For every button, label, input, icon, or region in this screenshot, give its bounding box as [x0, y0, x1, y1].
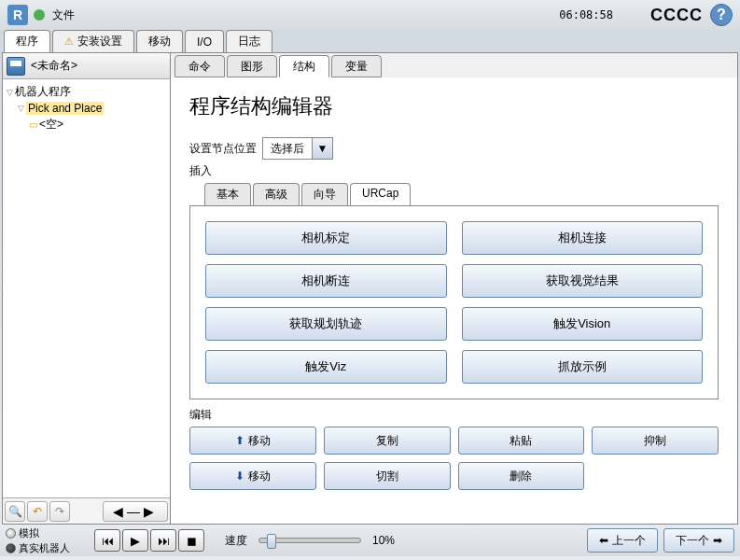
sim-mode-radio[interactable]: 模拟 — [6, 526, 70, 540]
slider-thumb[interactable] — [267, 534, 276, 549]
cmd-get-plan-trajectory[interactable]: 获取规划轨迹 — [205, 307, 447, 341]
tree-item-pick-place[interactable]: Pick and Place — [26, 102, 104, 115]
cmd-pick-place-example[interactable]: 抓放示例 — [462, 350, 704, 384]
play-button[interactable]: ▶ — [122, 529, 148, 552]
editor-title: 程序结构编辑器 — [189, 92, 719, 120]
redo-button[interactable]: ↷ — [49, 501, 70, 522]
clock: 06:08:58 — [559, 8, 613, 21]
radio-icon — [6, 528, 16, 539]
document-name: <未命名> — [31, 58, 77, 74]
speed-slider[interactable] — [258, 538, 361, 543]
speed-value: 10% — [372, 534, 395, 547]
subtab-variable[interactable]: 变量 — [331, 55, 382, 77]
insert-tab-urcap[interactable]: URCap — [350, 183, 411, 205]
subtab-graphic[interactable]: 图形 — [227, 55, 277, 77]
tree-toggle[interactable]: ▽ — [18, 104, 24, 113]
tab-install[interactable]: ⚠安装设置 — [52, 30, 134, 52]
brand-label: CCCC — [650, 6, 703, 25]
arrow-left-icon: ⬅ — [599, 534, 608, 547]
position-select-value: 选择后 — [263, 141, 312, 157]
move-up-button[interactable]: ⬆移动 — [189, 427, 316, 455]
copy-button[interactable]: 复制 — [324, 427, 451, 455]
insert-tab-bar: 基本 高级 向导 URCap — [189, 183, 719, 205]
search-button[interactable]: 🔍 — [5, 501, 25, 522]
expand-collapse-button[interactable]: ◀—▶ — [103, 501, 168, 522]
next-button[interactable]: 下一个➡ — [663, 528, 734, 553]
chevron-down-icon[interactable]: ▼ — [312, 138, 332, 159]
tab-io[interactable]: I/O — [185, 30, 224, 52]
cut-button[interactable]: 切割 — [324, 462, 451, 490]
warning-icon: ⚠ — [64, 35, 74, 48]
arrow-right-icon: ➡ — [713, 534, 722, 547]
skip-forward-button[interactable]: ⏭ — [150, 529, 176, 552]
subtab-structure[interactable]: 结构 — [279, 55, 329, 77]
sub-tab-bar: 命令 图形 结构 变量 — [171, 53, 737, 77]
cmd-camera-disconnect[interactable]: 相机断连 — [205, 264, 447, 298]
real-mode-radio[interactable]: 真实机器人 — [6, 541, 70, 555]
tab-log[interactable]: 日志 — [226, 30, 272, 52]
tab-program[interactable]: 程序 — [4, 30, 50, 52]
cmd-get-vision-result[interactable]: 获取视觉结果 — [462, 264, 704, 298]
help-icon[interactable]: ? — [710, 4, 733, 26]
empty-node-icon: ▭ — [29, 119, 37, 130]
tree-item-empty[interactable]: <空> — [39, 117, 63, 133]
speed-label: 速度 — [225, 533, 247, 549]
cmd-camera-connect[interactable]: 相机连接 — [462, 221, 704, 255]
skip-back-button[interactable]: ⏮ — [94, 529, 120, 552]
insert-tab-wizard[interactable]: 向导 — [301, 183, 348, 205]
tab-move[interactable]: 移动 — [136, 30, 183, 52]
edit-section-label: 编辑 — [189, 407, 719, 423]
undo-button[interactable]: ↶ — [27, 501, 48, 522]
arrow-down-icon: ⬇ — [235, 469, 244, 483]
cmd-trigger-viz[interactable]: 触发Viz — [205, 350, 447, 384]
cmd-trigger-vision[interactable]: 触发Vision — [462, 307, 704, 341]
insert-panel: 相机标定 相机连接 相机断连 获取视觉结果 获取规划轨迹 触发Vision 触发… — [189, 205, 719, 399]
move-down-button[interactable]: ⬇移动 — [189, 462, 316, 490]
main-tab-bar: 程序 ⚠安装设置 移动 I/O 日志 — [0, 30, 740, 52]
insert-section-label: 插入 — [189, 163, 719, 179]
insert-tab-advanced[interactable]: 高级 — [253, 183, 300, 205]
tree-root[interactable]: 机器人程序 — [15, 84, 71, 100]
suppress-button[interactable]: 抑制 — [592, 427, 719, 455]
status-indicator — [34, 9, 45, 21]
tree-toggle[interactable]: ▽ — [7, 88, 13, 97]
insert-tab-basic[interactable]: 基本 — [204, 183, 251, 205]
arrow-up-icon: ⬆ — [235, 434, 244, 447]
subtab-command[interactable]: 命令 — [175, 55, 225, 77]
paste-button[interactable]: 粘贴 — [458, 427, 585, 455]
stop-button[interactable]: ◼ — [178, 529, 204, 552]
program-tree[interactable]: ▽机器人程序 ▽Pick and Place ▭<空> — [3, 79, 170, 497]
delete-button[interactable]: 删除 — [458, 462, 585, 490]
position-select[interactable]: 选择后 ▼ — [262, 137, 333, 160]
cmd-camera-calibrate[interactable]: 相机标定 — [205, 221, 447, 255]
app-logo: R — [7, 5, 28, 25]
set-position-label: 设置节点位置 — [189, 141, 257, 157]
save-icon[interactable] — [7, 57, 25, 76]
prev-button[interactable]: ⬅上一个 — [587, 528, 658, 553]
file-menu[interactable]: 文件 — [52, 7, 75, 23]
radio-icon — [6, 543, 16, 553]
